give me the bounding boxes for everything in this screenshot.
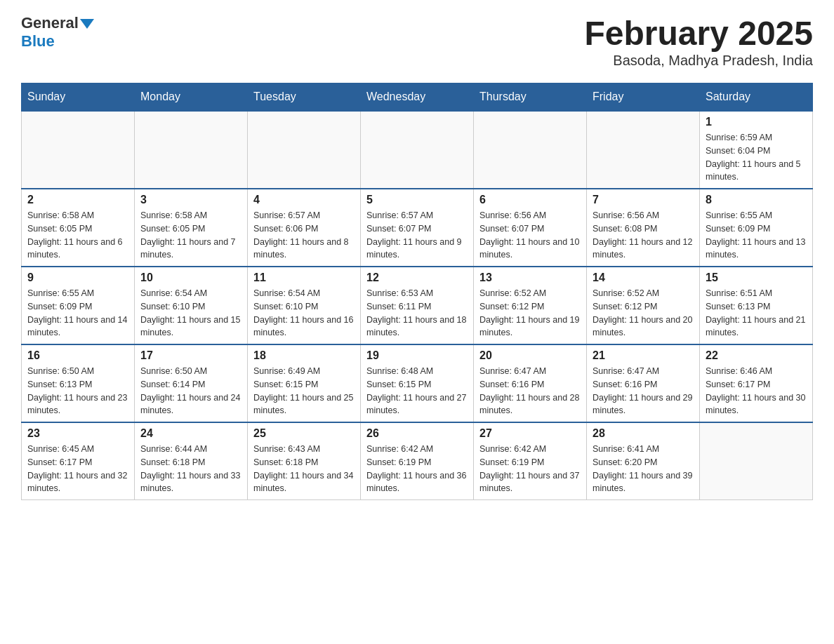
calendar-cell: 5Sunrise: 6:57 AMSunset: 6:07 PMDaylight… xyxy=(361,189,474,267)
logo: General Blue xyxy=(21,14,94,51)
day-info: Sunrise: 6:44 AMSunset: 6:18 PMDaylight:… xyxy=(140,443,241,495)
day-number: 8 xyxy=(706,194,807,206)
day-of-week-header: Sunday xyxy=(22,83,135,112)
day-number: 9 xyxy=(27,271,128,284)
calendar-cell: 6Sunrise: 6:56 AMSunset: 6:07 PMDaylight… xyxy=(474,189,587,267)
day-info: Sunrise: 6:51 AMSunset: 6:13 PMDaylight:… xyxy=(706,287,807,340)
calendar-cell: 16Sunrise: 6:50 AMSunset: 6:13 PMDayligh… xyxy=(22,344,135,422)
day-info: Sunrise: 6:52 AMSunset: 6:12 PMDaylight:… xyxy=(593,287,694,340)
day-number: 17 xyxy=(140,349,241,362)
day-number: 20 xyxy=(479,349,581,362)
day-info: Sunrise: 6:56 AMSunset: 6:07 PMDaylight:… xyxy=(479,209,581,262)
day-info: Sunrise: 6:55 AMSunset: 6:09 PMDaylight:… xyxy=(706,209,807,262)
calendar-cell: 8Sunrise: 6:55 AMSunset: 6:09 PMDaylight… xyxy=(700,189,813,267)
day-number: 1 xyxy=(706,116,807,128)
day-info: Sunrise: 6:43 AMSunset: 6:18 PMDaylight:… xyxy=(253,443,355,495)
day-info: Sunrise: 6:48 AMSunset: 6:15 PMDaylight:… xyxy=(366,365,468,417)
day-of-week-header: Saturday xyxy=(700,83,813,112)
day-number: 19 xyxy=(366,349,468,362)
day-number: 11 xyxy=(253,271,355,284)
calendar-cell xyxy=(248,111,361,189)
calendar-cell xyxy=(474,111,587,189)
day-info: Sunrise: 6:57 AMSunset: 6:07 PMDaylight:… xyxy=(366,209,468,262)
calendar-cell: 1Sunrise: 6:59 AMSunset: 6:04 PMDaylight… xyxy=(700,111,813,189)
calendar-cell: 22Sunrise: 6:46 AMSunset: 6:17 PMDayligh… xyxy=(700,344,813,422)
day-number: 18 xyxy=(253,349,355,362)
day-number: 6 xyxy=(479,194,581,206)
calendar-cell: 18Sunrise: 6:49 AMSunset: 6:15 PMDayligh… xyxy=(248,344,361,422)
day-number: 5 xyxy=(366,194,468,206)
calendar-cell: 13Sunrise: 6:52 AMSunset: 6:12 PMDayligh… xyxy=(474,267,587,344)
day-of-week-header: Thursday xyxy=(474,83,587,112)
calendar-cell: 12Sunrise: 6:53 AMSunset: 6:11 PMDayligh… xyxy=(361,267,474,344)
day-number: 14 xyxy=(593,271,694,284)
day-number: 28 xyxy=(593,427,694,440)
day-info: Sunrise: 6:59 AMSunset: 6:04 PMDaylight:… xyxy=(706,131,807,184)
calendar-cell xyxy=(135,111,248,189)
day-number: 12 xyxy=(366,271,468,284)
calendar-cell: 3Sunrise: 6:58 AMSunset: 6:05 PMDaylight… xyxy=(135,189,248,267)
calendar-table: SundayMondayTuesdayWednesdayThursdayFrid… xyxy=(21,83,813,500)
calendar-cell: 23Sunrise: 6:45 AMSunset: 6:17 PMDayligh… xyxy=(22,422,135,500)
day-number: 4 xyxy=(253,194,355,206)
day-info: Sunrise: 6:49 AMSunset: 6:15 PMDaylight:… xyxy=(253,365,355,417)
day-info: Sunrise: 6:53 AMSunset: 6:11 PMDaylight:… xyxy=(366,287,468,340)
day-info: Sunrise: 6:58 AMSunset: 6:05 PMDaylight:… xyxy=(27,209,128,262)
day-info: Sunrise: 6:56 AMSunset: 6:08 PMDaylight:… xyxy=(593,209,694,262)
day-info: Sunrise: 6:47 AMSunset: 6:16 PMDaylight:… xyxy=(593,365,694,417)
calendar-header-row: SundayMondayTuesdayWednesdayThursdayFrid… xyxy=(22,83,813,112)
logo-blue-text: Blue xyxy=(21,32,55,50)
day-info: Sunrise: 6:42 AMSunset: 6:19 PMDaylight:… xyxy=(366,443,468,495)
logo-triangle-icon xyxy=(80,19,94,29)
day-number: 13 xyxy=(479,271,581,284)
day-number: 3 xyxy=(140,194,241,206)
day-info: Sunrise: 6:42 AMSunset: 6:19 PMDaylight:… xyxy=(479,443,581,495)
day-info: Sunrise: 6:57 AMSunset: 6:06 PMDaylight:… xyxy=(253,209,355,262)
calendar-cell xyxy=(361,111,474,189)
day-info: Sunrise: 6:54 AMSunset: 6:10 PMDaylight:… xyxy=(140,287,241,340)
calendar-cell: 4Sunrise: 6:57 AMSunset: 6:06 PMDaylight… xyxy=(248,189,361,267)
title-block: February 2025 Basoda, Madhya Pradesh, In… xyxy=(584,14,813,69)
day-number: 16 xyxy=(27,349,128,362)
day-info: Sunrise: 6:58 AMSunset: 6:05 PMDaylight:… xyxy=(140,209,241,262)
calendar-cell: 27Sunrise: 6:42 AMSunset: 6:19 PMDayligh… xyxy=(474,422,587,500)
day-number: 26 xyxy=(366,427,468,440)
week-row: 16Sunrise: 6:50 AMSunset: 6:13 PMDayligh… xyxy=(22,344,813,422)
calendar-cell: 15Sunrise: 6:51 AMSunset: 6:13 PMDayligh… xyxy=(700,267,813,344)
day-of-week-header: Friday xyxy=(587,83,700,112)
day-info: Sunrise: 6:46 AMSunset: 6:17 PMDaylight:… xyxy=(706,365,807,417)
calendar-cell: 24Sunrise: 6:44 AMSunset: 6:18 PMDayligh… xyxy=(135,422,248,500)
calendar-cell xyxy=(587,111,700,189)
calendar-cell: 19Sunrise: 6:48 AMSunset: 6:15 PMDayligh… xyxy=(361,344,474,422)
day-info: Sunrise: 6:50 AMSunset: 6:13 PMDaylight:… xyxy=(27,365,128,417)
day-number: 7 xyxy=(593,194,694,206)
day-number: 25 xyxy=(253,427,355,440)
day-number: 23 xyxy=(27,427,128,440)
calendar-cell: 11Sunrise: 6:54 AMSunset: 6:10 PMDayligh… xyxy=(248,267,361,344)
day-number: 15 xyxy=(706,271,807,284)
day-info: Sunrise: 6:52 AMSunset: 6:12 PMDaylight:… xyxy=(479,287,581,340)
day-of-week-header: Tuesday xyxy=(248,83,361,112)
calendar-cell: 10Sunrise: 6:54 AMSunset: 6:10 PMDayligh… xyxy=(135,267,248,344)
day-of-week-header: Wednesday xyxy=(361,83,474,112)
day-info: Sunrise: 6:47 AMSunset: 6:16 PMDaylight:… xyxy=(479,365,581,417)
day-number: 21 xyxy=(593,349,694,362)
week-row: 23Sunrise: 6:45 AMSunset: 6:17 PMDayligh… xyxy=(22,422,813,500)
calendar-cell: 17Sunrise: 6:50 AMSunset: 6:14 PMDayligh… xyxy=(135,344,248,422)
calendar-cell: 25Sunrise: 6:43 AMSunset: 6:18 PMDayligh… xyxy=(248,422,361,500)
calendar-cell: 2Sunrise: 6:58 AMSunset: 6:05 PMDaylight… xyxy=(22,189,135,267)
day-info: Sunrise: 6:41 AMSunset: 6:20 PMDaylight:… xyxy=(593,443,694,495)
page-title: February 2025 xyxy=(584,14,813,53)
calendar-cell: 7Sunrise: 6:56 AMSunset: 6:08 PMDaylight… xyxy=(587,189,700,267)
calendar-cell: 21Sunrise: 6:47 AMSunset: 6:16 PMDayligh… xyxy=(587,344,700,422)
page-header: General Blue February 2025 Basoda, Madhy… xyxy=(21,14,813,69)
calendar-cell: 26Sunrise: 6:42 AMSunset: 6:19 PMDayligh… xyxy=(361,422,474,500)
calendar-cell: 14Sunrise: 6:52 AMSunset: 6:12 PMDayligh… xyxy=(587,267,700,344)
calendar-cell: 20Sunrise: 6:47 AMSunset: 6:16 PMDayligh… xyxy=(474,344,587,422)
page-subtitle: Basoda, Madhya Pradesh, India xyxy=(584,53,813,69)
calendar-cell: 28Sunrise: 6:41 AMSunset: 6:20 PMDayligh… xyxy=(587,422,700,500)
day-info: Sunrise: 6:54 AMSunset: 6:10 PMDaylight:… xyxy=(253,287,355,340)
week-row: 9Sunrise: 6:55 AMSunset: 6:09 PMDaylight… xyxy=(22,267,813,344)
day-info: Sunrise: 6:55 AMSunset: 6:09 PMDaylight:… xyxy=(27,287,128,340)
day-info: Sunrise: 6:45 AMSunset: 6:17 PMDaylight:… xyxy=(27,443,128,495)
